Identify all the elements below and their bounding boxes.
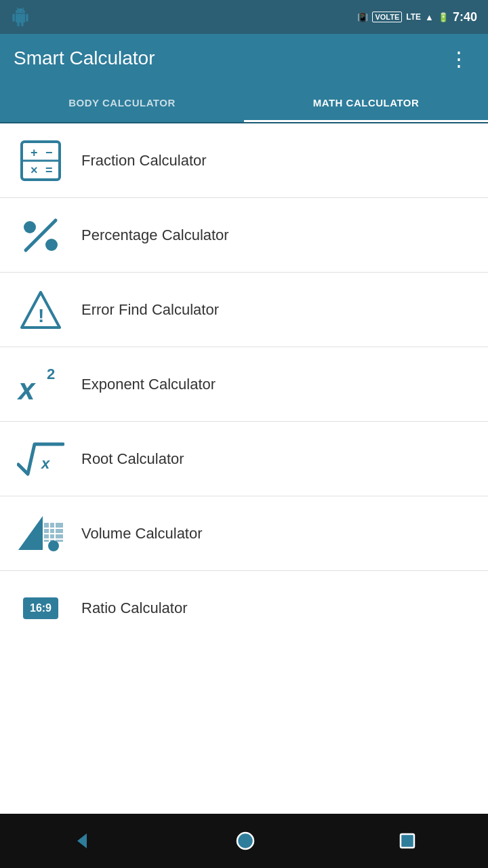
svg-point-23 xyxy=(237,833,253,849)
recents-button[interactable] xyxy=(390,824,424,858)
back-button[interactable] xyxy=(64,823,100,859)
svg-point-21 xyxy=(48,540,59,551)
exponent-icon: x 2 xyxy=(16,360,65,409)
svg-text:x: x xyxy=(41,455,50,472)
svg-text:−: − xyxy=(45,146,53,159)
calculator-list: + − × = Fraction Calculator Percentage C… xyxy=(0,123,488,814)
list-item-error[interactable]: ! Error Find Calculator xyxy=(0,273,488,347)
app-bar: Smart Calculator ⋮ xyxy=(0,34,488,83)
svg-text:x: x xyxy=(17,372,36,405)
svg-text:2: 2 xyxy=(47,366,55,382)
vibrate-icon: 📳 xyxy=(357,12,368,22)
error-label: Error Find Calculator xyxy=(81,301,219,319)
root-label: Root Calculator xyxy=(81,450,184,468)
root-icon: x xyxy=(16,435,65,484)
svg-point-6 xyxy=(24,221,36,233)
svg-text:=: = xyxy=(45,163,53,177)
list-item-volume[interactable]: Volume Calculator xyxy=(0,496,488,571)
list-item-root[interactable]: x Root Calculator xyxy=(0,422,488,496)
list-item-exponent[interactable]: x 2 Exponent Calculator xyxy=(0,347,488,422)
percentage-label: Percentage Calculator xyxy=(81,226,229,244)
status-right: 📳 VOLTE LTE ▲ 🔋 7:40 xyxy=(357,10,477,24)
exponent-label: Exponent Calculator xyxy=(81,376,216,393)
svg-text:!: ! xyxy=(38,305,44,326)
tab-math-calculator[interactable]: MATH CALCULATOR xyxy=(244,83,488,122)
svg-rect-24 xyxy=(401,834,414,848)
status-left xyxy=(11,7,30,26)
list-item-ratio[interactable]: 16:9 Ratio Calculator xyxy=(0,571,488,646)
ratio-label: Ratio Calculator xyxy=(81,599,188,617)
svg-point-8 xyxy=(45,239,58,251)
svg-text:×: × xyxy=(30,163,38,177)
lte-icon: LTE xyxy=(406,12,421,22)
clock: 7:40 xyxy=(453,10,477,24)
error-icon: ! xyxy=(16,285,65,334)
volume-label: Volume Calculator xyxy=(81,525,203,542)
ratio-badge: 16:9 xyxy=(23,597,58,619)
app-title: Smart Calculator xyxy=(14,47,155,69)
list-item-percentage[interactable]: Percentage Calculator xyxy=(0,198,488,273)
svg-text:+: + xyxy=(30,146,38,159)
battery-icon: 🔋 xyxy=(438,12,449,22)
ratio-icon: 16:9 xyxy=(16,584,65,633)
percentage-icon xyxy=(16,211,65,260)
volume-icon xyxy=(16,509,65,558)
android-icon xyxy=(11,7,30,26)
tab-body-calculator[interactable]: BODY CALCULATOR xyxy=(0,83,244,122)
tab-body-label: BODY CALCULATOR xyxy=(68,97,176,108)
fraction-icon: + − × = xyxy=(16,136,65,185)
status-bar: 📳 VOLTE LTE ▲ 🔋 7:40 xyxy=(0,0,488,34)
fraction-label: Fraction Calculator xyxy=(81,152,207,170)
more-options-icon[interactable]: ⋮ xyxy=(443,41,474,76)
signal-icon: ▲ xyxy=(425,12,434,22)
svg-marker-14 xyxy=(18,516,43,550)
tab-math-label: MATH CALCULATOR xyxy=(313,97,420,108)
volte-badge: VOLTE xyxy=(372,12,402,22)
list-item-fraction[interactable]: + − × = Fraction Calculator xyxy=(0,123,488,198)
nav-bar xyxy=(0,814,488,868)
home-button[interactable] xyxy=(227,823,264,859)
tab-bar: BODY CALCULATOR MATH CALCULATOR xyxy=(0,83,488,123)
svg-marker-22 xyxy=(77,833,87,848)
